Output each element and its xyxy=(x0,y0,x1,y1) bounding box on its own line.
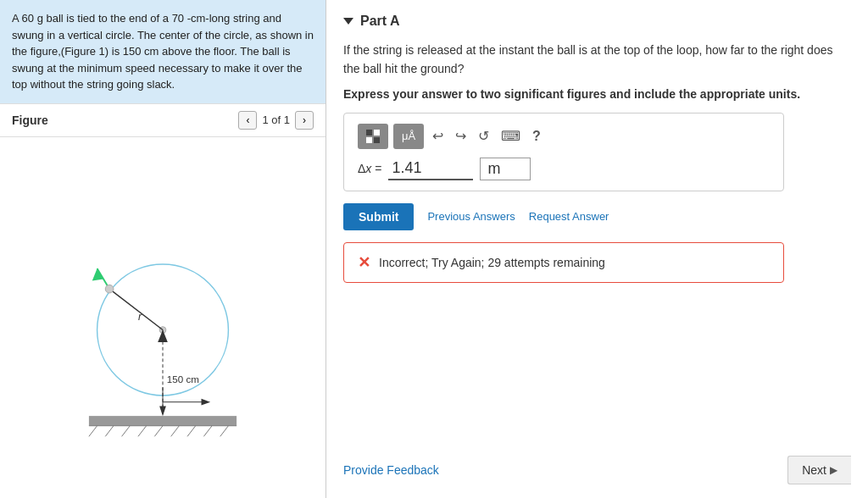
problem-text: A 60 g ball is tied to the end of a 70 -… xyxy=(0,0,326,103)
r-label: r xyxy=(138,311,142,323)
next-label: Next xyxy=(802,463,826,477)
svg-line-8 xyxy=(203,425,212,436)
svg-line-2 xyxy=(105,425,114,436)
delta-label: Δx = xyxy=(358,162,381,175)
question-line1: If the string is released at the instant… xyxy=(343,43,832,57)
floor xyxy=(89,416,236,426)
grid-cell-3 xyxy=(366,137,372,143)
error-icon: ✕ xyxy=(358,253,370,272)
part-title: Part A xyxy=(360,14,400,29)
grid-cell-4 xyxy=(374,137,380,143)
previous-answers-label: Previous Answers xyxy=(427,210,515,223)
collapse-icon[interactable] xyxy=(343,18,353,25)
figure-title: Figure xyxy=(12,113,48,127)
submit-button[interactable]: Submit xyxy=(343,203,414,230)
request-answer-link[interactable]: Request Answer xyxy=(529,210,609,223)
svg-line-6 xyxy=(171,425,180,436)
svg-line-9 xyxy=(220,425,229,436)
refresh-icon: ↺ xyxy=(478,128,489,144)
figure-header: Figure ‹ 1 of 1 › xyxy=(0,103,326,137)
redo-icon: ↪ xyxy=(455,128,466,144)
error-message: Incorrect; Try Again; 29 attempts remain… xyxy=(379,256,605,269)
grid-cell-1 xyxy=(366,130,372,136)
figure-area: r 150 cm xyxy=(0,137,326,499)
previous-answers-link[interactable]: Previous Answers xyxy=(427,210,515,223)
velocity-arrowhead xyxy=(92,268,104,281)
ball xyxy=(105,285,114,293)
keyboard-icon: ⌨ xyxy=(501,128,520,144)
right-panel: Part A If the string is released at the … xyxy=(326,0,868,498)
submit-row: Submit Previous Answers Request Answer xyxy=(343,203,851,230)
right-arrowhead xyxy=(201,399,210,406)
figure-prev-button[interactable]: ‹ xyxy=(238,111,257,130)
next-arrow-icon: ▶ xyxy=(830,464,837,476)
figure-page-indicator: 1 of 1 xyxy=(262,113,290,126)
provide-feedback-link[interactable]: Provide Feedback xyxy=(343,463,439,477)
question-line2: the ball hit the ground? xyxy=(343,62,464,75)
svg-line-1 xyxy=(89,425,97,436)
unit-input[interactable] xyxy=(480,158,531,180)
redo-button[interactable]: ↪ xyxy=(452,125,470,147)
mu-label: μÅ xyxy=(402,130,415,142)
problem-description: A 60 g ball is tied to the end of a 70 -… xyxy=(12,12,314,91)
figure-navigation: ‹ 1 of 1 › xyxy=(238,111,314,130)
up-arrowhead xyxy=(158,329,168,342)
mu-icon-button[interactable]: μÅ xyxy=(393,124,424,149)
undo-button[interactable]: ↩ xyxy=(429,125,447,147)
error-box: ✕ Incorrect; Try Again; 29 attempts rema… xyxy=(343,242,784,283)
question-text: If the string is released at the instant… xyxy=(343,41,851,79)
svg-line-5 xyxy=(154,425,163,436)
answer-input[interactable] xyxy=(388,158,473,180)
toolbar: μÅ ↩ ↪ ↺ ⌨ ? xyxy=(358,124,770,149)
submit-label: Submit xyxy=(359,210,398,224)
height-label: 150 cm xyxy=(167,374,199,385)
svg-line-7 xyxy=(187,425,196,436)
undo-icon: ↩ xyxy=(432,128,443,144)
grid-icon-button[interactable] xyxy=(358,124,388,149)
refresh-button[interactable]: ↺ xyxy=(475,125,492,147)
next-button[interactable]: Next ▶ xyxy=(787,456,851,484)
keyboard-button[interactable]: ⌨ xyxy=(498,125,524,147)
grid-icon xyxy=(366,130,380,143)
string-line xyxy=(109,289,163,329)
figure-next-button[interactable]: › xyxy=(295,111,314,130)
down-arrowhead xyxy=(159,406,166,416)
svg-line-4 xyxy=(138,425,147,436)
svg-line-3 xyxy=(122,425,131,436)
help-icon: ? xyxy=(532,129,541,143)
express-instruction: Express your answer to two significant f… xyxy=(343,87,851,101)
input-row: Δx = xyxy=(358,158,770,180)
grid-cell-2 xyxy=(374,130,380,136)
figure-diagram: r 150 cm xyxy=(53,191,273,445)
request-answer-label: Request Answer xyxy=(529,210,609,223)
answer-box: μÅ ↩ ↪ ↺ ⌨ ? Δx = xyxy=(343,113,784,191)
provide-feedback-label: Provide Feedback xyxy=(343,463,439,477)
bottom-row: Provide Feedback Next ▶ xyxy=(343,447,851,484)
left-panel: A 60 g ball is tied to the end of a 70 -… xyxy=(0,0,326,498)
help-button[interactable]: ? xyxy=(529,125,544,147)
part-header: Part A xyxy=(343,14,851,29)
